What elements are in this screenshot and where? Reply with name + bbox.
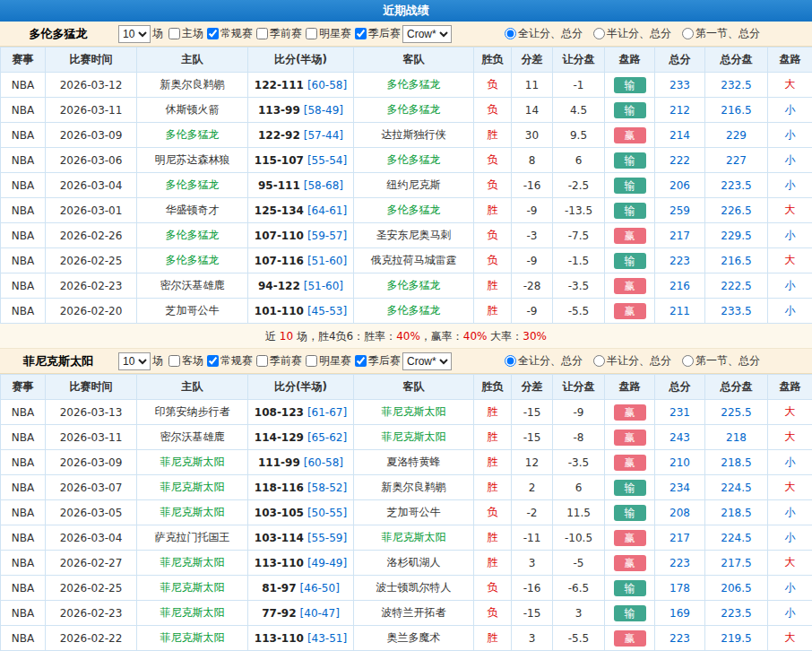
odds-source-select[interactable]: Crow* <box>402 352 452 370</box>
away-team-name: 俄克拉荷马城雷霆 <box>371 254 457 266</box>
away-team-name: 波士顿凯尔特人 <box>376 581 452 594</box>
half-time-score: [50-55] <box>307 507 347 519</box>
sections-container: 多伦多猛龙10场主场常规赛季前赛明星赛季后赛Crow*全让分、总分半让分、总分第… <box>0 22 812 651</box>
full-handicap-total-radio[interactable] <box>505 355 516 367</box>
total-points-cell: 210 <box>655 450 705 475</box>
away-team-name: 圣安东尼奥马刺 <box>376 229 452 241</box>
final-score: 113-110 <box>255 632 304 645</box>
total-line-cell: 224.5 <box>705 525 768 551</box>
total-line-cell: 232.5 <box>705 73 768 98</box>
date-cell: 2026-03-05 <box>46 500 137 525</box>
full-handicap-total-radio[interactable] <box>505 28 516 39</box>
allstar-checkbox[interactable] <box>306 28 317 39</box>
win-loss-cell: 胜 <box>474 198 512 223</box>
first-quarter-total-radio[interactable] <box>682 355 694 367</box>
handicap-line-cell: -2.5 <box>553 173 605 198</box>
final-score: 103-114 <box>255 532 304 544</box>
playoffs-checkbox[interactable] <box>355 28 367 39</box>
filter-checkbox-home-games[interactable]: 主场 <box>165 26 203 41</box>
total-points-cell: 223 <box>655 551 705 576</box>
games-count-select[interactable]: 10 <box>118 352 151 370</box>
allstar-checkbox[interactable] <box>306 355 317 367</box>
half-handicap-total-radio[interactable] <box>593 28 605 39</box>
score-cell: 125-134[64-61] <box>248 198 354 223</box>
regular-season-checkbox[interactable] <box>207 28 219 39</box>
filter-checkbox-preseason[interactable]: 季前赛 <box>253 26 302 41</box>
handicap-line-cell: -3.5 <box>553 273 605 299</box>
regular-season-checkbox[interactable] <box>207 355 219 367</box>
total-line-cell: 229 <box>705 123 768 148</box>
filter-checkbox-playoffs[interactable]: 季后赛 <box>351 353 401 369</box>
filter-checkbox-regular-season[interactable]: 常规赛 <box>203 353 253 369</box>
home-games-checkbox[interactable] <box>168 28 180 39</box>
games-count-select[interactable]: 10 <box>118 25 151 43</box>
home-team-name: 多伦多猛龙 <box>166 229 220 241</box>
home-team-name: 华盛顿奇才 <box>166 204 220 216</box>
point-diff-cell: -9 <box>512 299 553 324</box>
handicap-result-badge: 赢 <box>614 555 646 571</box>
handicap-result-badge: 输 <box>614 253 646 269</box>
scope-radio-first-quarter-total[interactable]: 第一节、总分 <box>678 353 760 369</box>
total-line-cell: 229.5 <box>705 223 768 248</box>
score-cell: 107-116[51-60] <box>248 248 354 273</box>
home-team-name: 芝加哥公牛 <box>166 304 220 317</box>
home-team-cell: 明尼苏达森林狼 <box>137 148 248 173</box>
match-row: NBA2026-03-11密尔沃基雄鹿114-129[65-62]菲尼克斯太阳胜… <box>1 425 812 450</box>
home-team-cell: 芝加哥公牛 <box>137 299 248 324</box>
point-diff-cell: 8 <box>512 148 553 173</box>
preseason-checkbox[interactable] <box>256 355 268 367</box>
away-team-name: 多伦多猛龙 <box>387 78 441 91</box>
away-team-name: 菲尼克斯太阳 <box>382 405 446 418</box>
filter-checkbox-allstar[interactable]: 明星赛 <box>302 353 351 369</box>
handicap-result-badge: 赢 <box>614 127 646 143</box>
scope-radio-full-handicap-total[interactable]: 全让分、总分 <box>501 353 583 369</box>
match-row: NBA2026-03-13印第安纳步行者108-123[61-67]菲尼克斯太阳… <box>1 400 812 425</box>
league-cell: NBA <box>1 500 46 525</box>
radio-label: 全让分、总分 <box>518 353 583 369</box>
away-games-checkbox[interactable] <box>168 355 180 367</box>
away-team-cell: 菲尼克斯太阳 <box>354 425 474 450</box>
win-loss-cell: 胜 <box>474 626 512 651</box>
scope-radio-first-quarter-total[interactable]: 第一节、总分 <box>678 26 760 41</box>
date-cell: 2026-03-12 <box>46 73 137 98</box>
preseason-checkbox[interactable] <box>256 28 268 39</box>
column-header: 总分 <box>655 48 705 73</box>
half-handicap-total-radio[interactable] <box>593 355 605 367</box>
filter-checkbox-away-games[interactable]: 客场 <box>165 353 203 369</box>
scope-radio-full-handicap-total[interactable]: 全让分、总分 <box>501 26 583 41</box>
games-count-suffix: 场 <box>152 353 163 369</box>
scope-radio-half-handicap-total[interactable]: 半让分、总分 <box>590 26 671 41</box>
win-loss-cell: 胜 <box>474 475 512 500</box>
handicap-result-badge: 赢 <box>614 404 646 421</box>
half-time-score: [46-50] <box>300 582 340 595</box>
away-team-cell: 多伦多猛龙 <box>354 148 474 173</box>
filter-checkbox-playoffs[interactable]: 季后赛 <box>351 26 401 41</box>
playoffs-checkbox[interactable] <box>355 355 367 367</box>
home-team-name: 新奥尔良鹈鹕 <box>160 78 225 91</box>
point-diff-cell: 3 <box>512 551 553 576</box>
half-time-score: [60-58] <box>307 79 347 91</box>
checkbox-label: 客场 <box>182 353 203 369</box>
handicap-result-cell: 赢 <box>605 123 655 148</box>
filter-checkbox-regular-season[interactable]: 常规赛 <box>203 26 253 41</box>
total-line-cell: 226.5 <box>705 198 768 223</box>
final-score: 77-92 <box>262 607 296 620</box>
first-quarter-total-radio[interactable] <box>682 28 694 39</box>
over-under-cell: 小 <box>768 576 812 601</box>
final-score: 101-110 <box>255 305 304 317</box>
over-under-cell: 小 <box>768 98 812 123</box>
column-header: 盘路 <box>605 48 655 73</box>
handicap-line-cell: 3 <box>553 601 605 626</box>
handicap-line-cell: -7.5 <box>553 223 605 248</box>
filter-checkbox-allstar[interactable]: 明星赛 <box>302 26 351 41</box>
filter-checkbox-preseason[interactable]: 季前赛 <box>253 353 302 369</box>
win-loss-cell: 胜 <box>474 273 512 299</box>
over-under-cell: 小 <box>768 273 812 299</box>
odds-source-select[interactable]: Crow* <box>402 25 452 43</box>
total-points-cell: 217 <box>655 525 705 551</box>
column-header: 主队 <box>137 375 248 400</box>
page-title-bar: 近期战绩 <box>0 0 812 22</box>
scope-radio-half-handicap-total[interactable]: 半让分、总分 <box>590 353 671 369</box>
handicap-result-badge: 赢 <box>614 228 646 244</box>
total-points-cell: 259 <box>655 198 705 223</box>
